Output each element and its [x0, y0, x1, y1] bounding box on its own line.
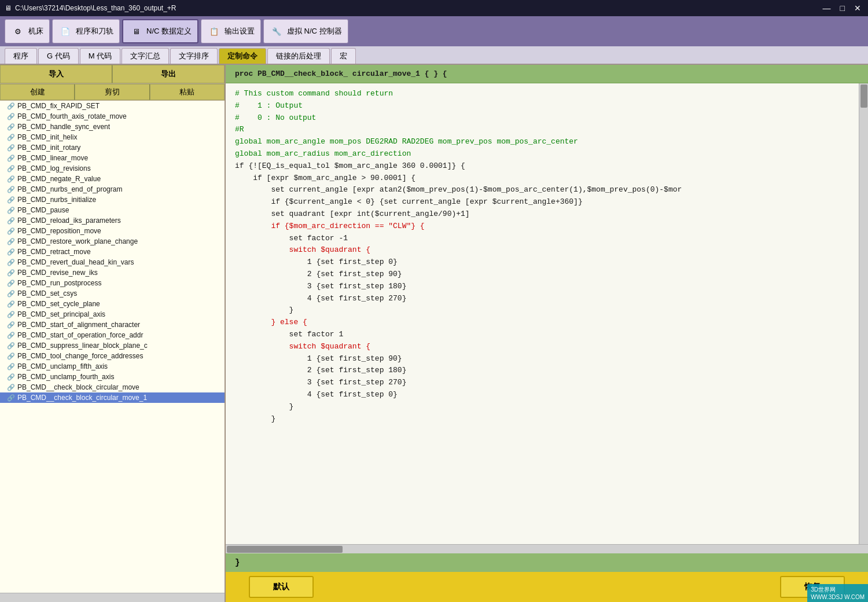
- code-line: # 0 : No output: [235, 112, 849, 124]
- tree-item-icon: 🔗: [7, 321, 15, 329]
- tree-item-icon: 🔗: [7, 113, 15, 120]
- code-line: if {$current_angle < 0} {set current_ang…: [235, 196, 849, 208]
- tree-item[interactable]: 🔗PB_CMD_init_rotary: [0, 142, 225, 153]
- tree-item[interactable]: 🔗PB_CMD_tool_change_force_addresses: [0, 351, 225, 361]
- code-line: }: [235, 304, 849, 317]
- cut-btn[interactable]: 剪切: [75, 84, 149, 100]
- vertical-scrollbar[interactable]: [859, 83, 868, 544]
- code-line: 4 {set first_step 0}: [235, 389, 849, 401]
- code-line: switch $quadrant {: [235, 244, 849, 256]
- tree-item[interactable]: 🔗PB_CMD_linear_move: [0, 153, 225, 163]
- tree-item-icon: 🔗: [7, 342, 15, 350]
- tree-item[interactable]: 🔗PB_CMD_unclamp_fifth_axis: [0, 361, 225, 372]
- code-line: # This custom command should return: [235, 88, 849, 100]
- code-line: set factor -1: [235, 233, 849, 245]
- tree-item[interactable]: 🔗PB_CMD_pause: [0, 205, 225, 215]
- tree-item[interactable]: 🔗PB_CMD_suppress_linear_block_plane_c: [0, 340, 225, 351]
- toolbar-btn-machine[interactable]: ⚙ 机床: [5, 19, 50, 43]
- tree-item-icon: 🔗: [7, 373, 15, 381]
- tree-item[interactable]: 🔗PB_CMD_log_revisions: [0, 163, 225, 174]
- tree-item[interactable]: 🔗PB_CMD__check_block_circular_move_1: [0, 392, 225, 403]
- tree-item[interactable]: 🔗PB_CMD_set_cycle_plane: [0, 299, 225, 309]
- left-horizontal-scrollbar[interactable]: [0, 593, 225, 602]
- tree-item[interactable]: 🔗PB_CMD__check_block_circular_move: [0, 382, 225, 392]
- tree-item[interactable]: 🔗PB_CMD_retract_move: [0, 247, 225, 257]
- close-btn[interactable]: ✕: [852, 3, 863, 13]
- tree-item-icon: 🔗: [7, 134, 15, 141]
- code-line: set quadrant [expr int($current_angle/90…: [235, 208, 849, 221]
- tree-item-icon: 🔗: [7, 363, 15, 370]
- tree-item-icon: 🔗: [7, 290, 15, 298]
- code-line: 2 {set first_step 180}: [235, 365, 849, 377]
- title-bar: 🖥 C:\Users\37214\Desktop\Less_than_360_o…: [0, 0, 868, 16]
- left-panel: 导入 导出 创建 剪切 粘贴 🔗PB_CMD_fix_RAPID_SET🔗PB_…: [0, 65, 226, 602]
- toolbar-btn-virtual-nc[interactable]: 🔧 虚拟 N/C 控制器: [263, 19, 348, 43]
- scrollbar-thumb[interactable]: [860, 85, 867, 108]
- tree-item[interactable]: 🔗PB_CMD_reload_iks_parameters: [0, 215, 225, 226]
- tab-macro[interactable]: 宏: [331, 48, 356, 64]
- tree-item[interactable]: 🔗PB_CMD_revert_dual_head_kin_vars: [0, 257, 225, 267]
- code-line: 4 {set first_step 270}: [235, 293, 849, 305]
- program-tools-icon: 📄: [58, 24, 72, 38]
- create-btn[interactable]: 创建: [0, 84, 75, 100]
- default-btn[interactable]: 默认: [249, 576, 314, 598]
- code-line: global mom_arc_radius mom_arc_direction: [235, 148, 849, 160]
- tree-item[interactable]: 🔗PB_CMD_fourth_axis_rotate_move: [0, 111, 225, 122]
- action-row: 默认 恢复 3D世界网 WWW.3DSJ W.COM: [226, 572, 868, 602]
- import-btn[interactable]: 导入: [0, 65, 112, 83]
- tab-word-sort[interactable]: 文字排序: [170, 48, 218, 64]
- tree-item-icon: 🔗: [7, 165, 15, 172]
- title-bar-left: 🖥 C:\Users\37214\Desktop\Less_than_360_o…: [5, 4, 176, 12]
- tree-item-icon: 🔗: [7, 186, 15, 193]
- window-controls[interactable]: — □ ✕: [821, 3, 863, 13]
- toolbar-btn-program-tools[interactable]: 📄 程序和刀轨: [52, 19, 120, 43]
- toolbar-btn-nc-data[interactable]: 🖥 N/C 数据定义: [122, 19, 198, 43]
- tree-item-icon: 🔗: [7, 102, 15, 110]
- code-line: if [expr $mom_arc_angle > 90.0001] {: [235, 172, 849, 185]
- tree-item[interactable]: 🔗PB_CMD_set_csys: [0, 288, 225, 299]
- h-scroll-thumb[interactable]: [227, 546, 343, 553]
- tree-item[interactable]: 🔗PB_CMD_set_principal_axis: [0, 309, 225, 320]
- minimize-btn[interactable]: —: [821, 3, 833, 13]
- tree-item[interactable]: 🔗PB_CMD_handle_sync_event: [0, 122, 225, 132]
- tree-item-icon: 🔗: [7, 238, 15, 245]
- tab-link-post[interactable]: 链接的后处理: [267, 48, 330, 64]
- tree-item-icon: 🔗: [7, 353, 15, 360]
- horizontal-scrollbar[interactable]: [226, 544, 868, 553]
- command-tree[interactable]: 🔗PB_CMD_fix_RAPID_SET🔗PB_CMD_fourth_axis…: [0, 101, 225, 593]
- tab-program[interactable]: 程序: [5, 48, 37, 64]
- tab-m-code[interactable]: M 代码: [80, 48, 120, 64]
- export-btn[interactable]: 导出: [112, 65, 225, 83]
- tree-item-icon: 🔗: [7, 384, 15, 391]
- tree-item[interactable]: 🔗PB_CMD_reposition_move: [0, 226, 225, 236]
- tree-item-icon: 🔗: [7, 332, 15, 339]
- tab-custom-cmd[interactable]: 定制命令: [219, 48, 266, 64]
- toolbar-btn-output[interactable]: 📋 输出设置: [201, 19, 261, 43]
- tree-item-icon: 🔗: [7, 144, 15, 152]
- tree-item[interactable]: 🔗PB_CMD_restore_work_plane_change: [0, 236, 225, 247]
- tree-item[interactable]: 🔗PB_CMD_revise_new_iks: [0, 267, 225, 278]
- app-icon: 🖥: [5, 4, 12, 12]
- tree-item[interactable]: 🔗PB_CMD_nurbs_initialize: [0, 194, 225, 205]
- create-cut-paste-buttons: 创建 剪切 粘贴: [0, 84, 225, 101]
- maximize-btn[interactable]: □: [838, 3, 847, 13]
- title-path: C:\Users\37214\Desktop\Less_than_360_out…: [15, 4, 176, 12]
- tree-item[interactable]: 🔗PB_CMD_start_of_alignment_character: [0, 320, 225, 330]
- tab-g-code[interactable]: G 代码: [38, 48, 79, 64]
- tree-item[interactable]: 🔗PB_CMD_start_of_operation_force_addr: [0, 330, 225, 340]
- tree-item[interactable]: 🔗PB_CMD_negate_R_value: [0, 174, 225, 184]
- machine-icon: ⚙: [11, 24, 25, 38]
- paste-btn[interactable]: 粘贴: [150, 84, 225, 100]
- main-toolbar: ⚙ 机床 📄 程序和刀轨 🖥 N/C 数据定义 📋 输出设置 🔧 虚拟 N/C …: [0, 16, 868, 46]
- code-editor[interactable]: # This custom command should return# 1 :…: [226, 83, 859, 544]
- tree-item[interactable]: 🔗PB_CMD_init_helix: [0, 132, 225, 142]
- tree-item[interactable]: 🔗PB_CMD_unclamp_fourth_axis: [0, 372, 225, 382]
- tab-word-summary[interactable]: 文字汇总: [122, 48, 169, 64]
- tree-item[interactable]: 🔗PB_CMD_fix_RAPID_SET: [0, 101, 225, 111]
- tree-item[interactable]: 🔗PB_CMD_nurbs_end_of_program: [0, 184, 225, 194]
- tree-item-icon: 🔗: [7, 259, 15, 266]
- code-line: }: [235, 413, 849, 425]
- code-line: global mom_arc_angle mom_pos DEG2RAD RAD…: [235, 136, 849, 148]
- tree-item[interactable]: 🔗PB_CMD_run_postprocess: [0, 278, 225, 288]
- main-content: 导入 导出 创建 剪切 粘贴 🔗PB_CMD_fix_RAPID_SET🔗PB_…: [0, 65, 868, 602]
